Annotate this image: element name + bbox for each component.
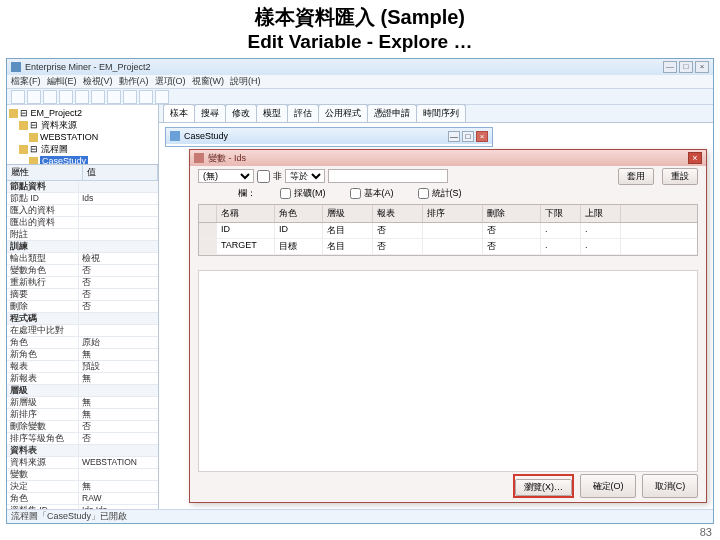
tab-sample[interactable]: 樣本 [163,104,195,122]
menu-help[interactable]: 說明(H) [230,75,261,88]
menu-window[interactable]: 視窗(W) [192,75,225,88]
prop-row[interactable]: 匯入的資料 [7,205,158,217]
prop-row[interactable]: 附註 [7,229,158,241]
col-hi[interactable]: 上限 [581,205,621,222]
dialog-title: 變數 - Ids [208,152,246,165]
prop-row[interactable]: 資料來源WEBSTATION [7,457,158,469]
diagram-min[interactable]: — [448,131,460,142]
minimize-button[interactable]: — [663,61,677,73]
diagram-close[interactable]: × [476,131,488,142]
folder-icon [19,121,28,130]
prop-row[interactable]: 重新執行否 [7,277,158,289]
prop-row[interactable]: 層級 [7,385,158,397]
menu-action[interactable]: 動作(A) [119,75,149,88]
toolbar-button[interactable] [59,90,73,104]
node-tabs: 樣本 搜尋 修改 模型 評估 公用程式 憑證申請 時間序列 [159,105,713,123]
prop-row[interactable]: 輸出類型檢視 [7,253,158,265]
toolbar-button[interactable] [75,90,89,104]
prop-row[interactable]: 摘要否 [7,289,158,301]
prop-row[interactable]: 新報表無 [7,373,158,385]
maximize-button[interactable]: □ [679,61,693,73]
columns-checks: 欄： 採礦(M) 基本(A) 統計(S) [190,186,706,204]
toolbar-button[interactable] [11,90,25,104]
tab-model[interactable]: 模型 [256,104,288,122]
prop-row[interactable]: 角色RAW [7,493,158,505]
folder-icon [9,109,18,118]
dialog-buttons: 瀏覽(X)… 確定(O) 取消(C) [513,474,698,498]
filter-field-select[interactable]: (無) [198,169,254,183]
col-name[interactable]: 名稱 [217,205,275,222]
filter-not-label: 非 [273,170,282,183]
diagram-title: CaseStudy [184,131,228,141]
col-order[interactable]: 排序 [423,205,483,222]
stats-check[interactable]: 統計(S) [418,187,462,200]
tab-modify[interactable]: 修改 [225,104,257,122]
prop-row[interactable]: 程式碼 [7,313,158,325]
toolbar-button[interactable] [27,90,41,104]
tab-timeseries[interactable]: 時間序列 [416,104,466,122]
status-text: 流程圖「CaseStudy」已開啟 [11,510,127,523]
prop-row[interactable]: 節點資料 [7,181,158,193]
tab-explore[interactable]: 搜尋 [194,104,226,122]
filter-not-checkbox[interactable] [257,170,270,183]
filter-op-select[interactable]: 等於 [285,169,325,183]
ok-button[interactable]: 確定(O) [580,474,636,498]
variables-grid[interactable]: 名稱 角色 層級 報表 排序 刪除 下限 上限 IDID名目否否..TARGET… [198,204,698,256]
project-tree[interactable]: ⊟ EM_Project2 ⊟ 資料來源 WEBSTATION ⊟ 流程圖 Ca… [7,105,158,165]
diagram-max[interactable]: □ [462,131,474,142]
toolbar-button[interactable] [139,90,153,104]
basic-check[interactable]: 基本(A) [350,187,394,200]
prop-row[interactable]: 資料表 [7,445,158,457]
prop-col-name: 屬性 [7,165,83,180]
table-row[interactable]: TARGET目標名目否否.. [199,239,697,255]
cancel-button[interactable]: 取消(C) [642,474,698,498]
prop-row[interactable]: 刪除變數否 [7,421,158,433]
close-button[interactable]: × [695,61,709,73]
app-window: Enterprise Miner - EM_Project2 — □ × 檔案(… [6,58,714,524]
toolbar-button[interactable] [43,90,57,104]
prop-row[interactable]: 角色原始 [7,337,158,349]
workspace: 樣本 搜尋 修改 模型 評估 公用程式 憑證申請 時間序列 CaseStudy … [159,105,713,509]
prop-row[interactable]: 新角色無 [7,349,158,361]
toolbar-button[interactable] [107,90,121,104]
menu-edit[interactable]: 編輯(E) [47,75,77,88]
prop-row[interactable]: 刪除否 [7,301,158,313]
prop-row[interactable]: 節點 IDIds [7,193,158,205]
tab-credit[interactable]: 憑證申請 [367,104,417,122]
col-role[interactable]: 角色 [275,205,323,222]
mining-check[interactable]: 採礦(M) [280,187,326,200]
apply-button[interactable]: 套用 [618,168,654,185]
dialog-close-button[interactable]: × [688,152,702,164]
menu-view[interactable]: 檢視(V) [83,75,113,88]
tab-assess[interactable]: 評估 [287,104,319,122]
prop-row[interactable]: 訓練 [7,241,158,253]
col-report[interactable]: 報表 [373,205,423,222]
tab-utility[interactable]: 公用程式 [318,104,368,122]
explore-button[interactable]: 瀏覽(X)… [515,479,572,496]
col-level[interactable]: 層級 [323,205,373,222]
preview-area [198,270,698,472]
menu-file[interactable]: 檔案(F) [11,75,41,88]
prop-row[interactable]: 決定無 [7,481,158,493]
prop-row[interactable]: 排序等級角色否 [7,433,158,445]
toolbar-button[interactable] [123,90,137,104]
diagram-window: CaseStudy — □ × [165,127,493,147]
prop-row[interactable]: 變數 [7,469,158,481]
prop-row[interactable]: 報表預設 [7,361,158,373]
prop-row[interactable]: 新層級無 [7,397,158,409]
prop-row[interactable]: 在處理中比對 [7,325,158,337]
filter-value-input[interactable] [328,169,448,183]
prop-row[interactable]: 匯出的資料 [7,217,158,229]
menu-options[interactable]: 選項(O) [155,75,186,88]
menu-bar: 檔案(F) 編輯(E) 檢視(V) 動作(A) 選項(O) 視窗(W) 說明(H… [7,75,713,89]
property-panel: 屬性 值 節點資料節點 IDIds匯入的資料匯出的資料附註訓練輸出類型檢視變數角… [7,165,158,509]
col-lo[interactable]: 下限 [541,205,581,222]
prop-row[interactable]: 變數角色否 [7,265,158,277]
reset-button[interactable]: 重設 [662,168,698,185]
toolbar-button[interactable] [155,90,169,104]
prop-row[interactable]: 新排序無 [7,409,158,421]
table-row[interactable]: IDID名目否否.. [199,223,697,239]
toolbar-button[interactable] [91,90,105,104]
col-drop[interactable]: 刪除 [483,205,541,222]
tree-item: ⊟ 流程圖 [9,143,156,155]
